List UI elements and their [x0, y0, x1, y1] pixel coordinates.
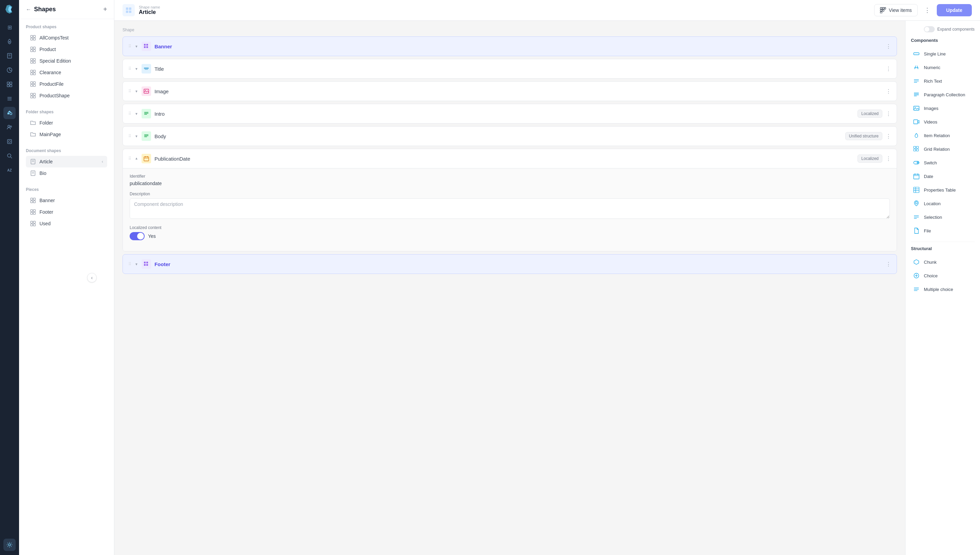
app-logo[interactable] [4, 4, 15, 15]
row-menu-button[interactable]: ⋮ [886, 43, 891, 50]
analytics-nav-icon[interactable] [3, 64, 16, 76]
view-items-button[interactable]: View items [874, 4, 917, 16]
expand-arrow[interactable]: ▼ [135, 112, 138, 116]
piece-icon [30, 197, 36, 204]
sidebar-item-bio[interactable]: Bio [26, 167, 107, 179]
sidebar-item-clearance[interactable]: Clearance [26, 67, 107, 78]
add-shape-button[interactable]: + [103, 5, 107, 13]
switch-panel-item[interactable]: Switch [911, 156, 975, 170]
grid-nav-icon[interactable] [3, 78, 16, 90]
expand-arrow[interactable]: ▼ [135, 67, 138, 71]
localized-toggle[interactable] [130, 232, 144, 240]
row-menu-button[interactable]: ⋮ [886, 133, 891, 140]
expand-components-toggle[interactable] [924, 26, 935, 32]
more-options-button[interactable]: ⋮ [922, 5, 933, 16]
switch-icon [912, 159, 921, 167]
numeric-panel-item[interactable]: Numeric [911, 61, 975, 74]
row-name: Image [154, 88, 882, 94]
expand-arrow[interactable]: ▼ [135, 45, 138, 48]
sidebar-item-article[interactable]: Article ‹ [26, 156, 107, 167]
date-panel-item[interactable]: Date [911, 170, 975, 183]
videos-panel-item[interactable]: Videos [911, 115, 975, 128]
svg-rect-92 [146, 261, 148, 263]
svg-rect-24 [33, 38, 35, 40]
drag-handle[interactable]: ⠿ [128, 134, 132, 138]
row-type-icon [141, 154, 151, 163]
drag-handle[interactable]: ⠿ [128, 44, 132, 49]
row-type-icon [141, 87, 151, 96]
drag-handle[interactable]: ⠿ [128, 261, 132, 266]
location-panel-item[interactable]: Location [911, 197, 975, 210]
images-panel-item[interactable]: Images [911, 101, 975, 115]
search-nav-icon[interactable] [3, 150, 16, 162]
sidebar-item-label: Article [40, 159, 53, 164]
svg-rect-31 [30, 61, 33, 63]
settings-nav-icon[interactable] [3, 539, 16, 551]
shapes-nav-icon[interactable] [3, 107, 16, 119]
choice-panel-item[interactable]: Choice [911, 269, 975, 282]
sidebar-item-special-edition[interactable]: Special Edition [26, 55, 107, 67]
single-line-panel-item[interactable]: Single Line [911, 47, 975, 61]
grid-relation-panel-item[interactable]: Grid Relation [911, 142, 975, 156]
plugin-nav-icon[interactable] [3, 135, 16, 148]
row-menu-button[interactable]: ⋮ [886, 111, 891, 117]
expand-arrow[interactable]: ▼ [135, 135, 138, 138]
row-menu-button[interactable]: ⋮ [886, 156, 891, 162]
row-menu-button[interactable]: ⋮ [886, 88, 891, 95]
sidebar-item-productshape[interactable]: ProductShape [26, 90, 107, 101]
selection-panel-item[interactable]: Selection [911, 210, 975, 224]
sidebar-item-productfile[interactable]: ProductFile [26, 78, 107, 90]
paragraph-collection-panel-item[interactable]: Paragraph Collection [911, 88, 975, 101]
sidebar-item-folder[interactable]: Folder [26, 117, 107, 128]
back-button[interactable]: ← [26, 6, 31, 13]
multiple-choice-panel-item[interactable]: Multiple choice [911, 282, 975, 296]
svg-rect-44 [33, 96, 35, 98]
sidebar-item-label: ProductShape [40, 93, 70, 98]
sidebar-item-mainpage[interactable]: MainPage [26, 128, 107, 140]
svg-rect-65 [126, 11, 128, 13]
identifier-value: publicationdate [130, 181, 890, 186]
sidebar: ← Shapes + Product shapes AllCompsTest P… [19, 0, 114, 555]
row-menu-button[interactable]: ⋮ [886, 66, 891, 72]
svg-rect-95 [914, 53, 919, 55]
drag-handle[interactable]: ⠿ [128, 89, 132, 93]
svg-rect-78 [144, 69, 148, 70]
svg-rect-58 [33, 212, 35, 214]
rocket-nav-icon[interactable] [3, 35, 16, 48]
drag-handle[interactable]: ⠿ [128, 156, 132, 161]
svg-rect-5 [7, 82, 9, 84]
book-nav-icon[interactable] [3, 50, 16, 62]
properties-table-panel-item[interactable]: Properties Table [911, 183, 975, 197]
sidebar-collapse-button[interactable]: ‹ [102, 159, 103, 164]
drag-handle[interactable]: ⠿ [128, 66, 132, 71]
rich-text-panel-item[interactable]: Rich Text [911, 74, 975, 88]
sidebar-item-label: MainPage [40, 132, 61, 137]
people-nav-icon[interactable] [3, 121, 16, 133]
svg-rect-26 [33, 47, 35, 49]
sidebar-item-product[interactable]: Product [26, 43, 107, 55]
expand-arrow[interactable]: ▼ [135, 90, 138, 93]
home-nav-icon[interactable]: ⊞ [3, 21, 16, 33]
sidebar-item-footer[interactable]: Footer [26, 206, 107, 218]
row-menu-button[interactable]: ⋮ [886, 261, 891, 268]
sidebar-item-allcompstest[interactable]: AllCompsTest [26, 32, 107, 43]
update-button[interactable]: Update [937, 4, 972, 16]
sidebar-item-used[interactable]: Used [26, 218, 107, 229]
sidebar-item-banner[interactable]: Banner [26, 195, 107, 206]
expand-arrow[interactable]: ▼ [135, 262, 138, 266]
header-left: Shape name Article [122, 4, 160, 16]
row-name: Footer [154, 261, 882, 267]
file-panel-item[interactable]: File [911, 224, 975, 237]
localized-badge: Localized [858, 154, 882, 163]
description-textarea[interactable] [130, 198, 890, 219]
az-nav-icon[interactable]: AZ [3, 164, 16, 176]
expand-arrow[interactable]: ▼ [135, 157, 138, 160]
drag-handle[interactable]: ⠿ [128, 111, 132, 116]
svg-rect-93 [144, 264, 146, 266]
images-label: Images [924, 106, 938, 111]
list-nav-icon[interactable] [3, 93, 16, 105]
collapse-sidebar-button[interactable]: ‹ [87, 273, 97, 282]
svg-rect-76 [146, 46, 148, 48]
item-relation-panel-item[interactable]: Item Relation [911, 128, 975, 142]
chunk-panel-item[interactable]: Chunk [911, 255, 975, 269]
